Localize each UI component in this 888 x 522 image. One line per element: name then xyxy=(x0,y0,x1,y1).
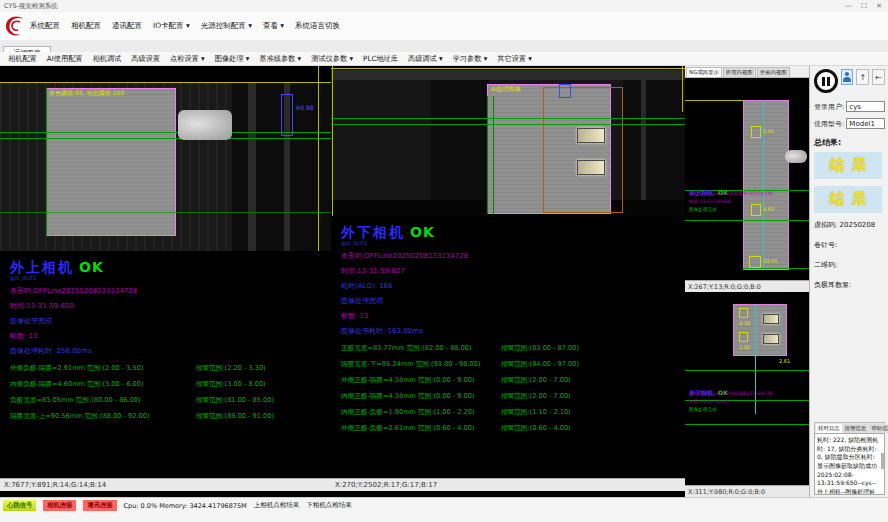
tab-help-info[interactable]: 帮助信息 xyxy=(869,424,888,433)
preview-measure-label: 4.60 xyxy=(763,206,774,212)
menu-camera-config[interactable]: 相机配置 xyxy=(71,21,101,31)
measurement-row: 外侧正极-隔膜=4.38mm 范围:(0.00 - 9.00) 报警范围:(2.… xyxy=(341,376,685,385)
app-window: CYS-视觉检测系统 — ☐ ✕ 系统配置 相机配置 通讯配置 IO卡配置 ▾ … xyxy=(0,0,888,522)
measurement-row: 内侧负极-隔膜=4.60mm 范围:(3.00 - 6.00) 报警范围:(3.… xyxy=(10,380,331,389)
tab-count-label: 负极耳数量: xyxy=(814,280,885,290)
measurement-row: 内侧正极-隔膜=4.38mm 范围:(0.00 - 9.00) 报警范围:(2.… xyxy=(341,392,685,401)
camera-image-upper[interactable]: 灰色阈值:93, 动态阈值:100 R5.88 xyxy=(0,66,331,251)
tab-ng-display[interactable]: NG成因显示 xyxy=(686,67,722,77)
tool-advanced-debug[interactable]: 高级调试 ▾ xyxy=(408,54,443,64)
preview-image-lower[interactable]: 4.38 1.90 2.61 外下相机 OK 条形码:OFFLine202502… xyxy=(685,292,809,485)
log-tabs: 耗时日志 报警信息 帮助信息 xyxy=(814,422,885,433)
measurement-row: 外侧负极-隔膜=2.91mm 范围:(2.00 - 3.50) 报警范围:(2.… xyxy=(10,364,331,373)
tab-all-views[interactable]: 所有内视图 xyxy=(723,67,756,77)
pause-button[interactable] xyxy=(814,69,838,93)
login-user-field[interactable]: cys xyxy=(846,101,885,112)
tool-baseline-params[interactable]: 基准线参数 ▾ xyxy=(259,54,301,64)
log-scrollbar[interactable] xyxy=(881,453,884,469)
camera-view-lower: AI处理图像 外下相机 OK 输出_OUT1 条形码:OFFLine202502… xyxy=(331,66,685,497)
tool-advanced-settings[interactable]: 高级设置 xyxy=(131,54,160,64)
process-done-line: 图像处理完成 xyxy=(341,296,685,306)
measurement-row: 外侧正极-负极=2.61mm 范围:(0.60 - 4.00) 报警范围:(0.… xyxy=(341,424,685,433)
time-line: 时间:13-31-59-650 xyxy=(10,301,331,311)
preview-barcode: 条形码:OFFLine20250208133134728 xyxy=(689,391,773,396)
process-done-line: 图像处理完成 xyxy=(10,316,331,326)
barcode-line: 条形码:OFFLine20250208133134728 xyxy=(341,251,685,261)
menu-comm-config[interactable]: 通讯配置 xyxy=(112,21,142,31)
up-button[interactable]: ↑ xyxy=(856,69,869,85)
camera-view-upper: 灰色阈值:93, 动态阈值:100 R5.88 外上相机 OK 输出_OUT1 … xyxy=(0,66,331,497)
main-area: 灰色阈值:93, 动态阈值:100 R5.88 外上相机 OK 输出_OUT1 … xyxy=(0,66,888,497)
pin-number-label: 卷针号: xyxy=(814,240,885,250)
tool-ai-config[interactable]: AI使用配置 xyxy=(47,54,83,64)
model-field[interactable]: Model1 xyxy=(846,118,885,129)
elapsed-line: 图像处理耗时: 256.00ms xyxy=(10,346,331,356)
arrow-left-icon: ← xyxy=(875,73,882,82)
preview-barcode: 条形码:OFFLine20250208133134728 xyxy=(689,191,773,196)
camera-connection-badge: 相机连接 xyxy=(43,500,76,511)
preview-measure-label: 2.91 xyxy=(763,128,774,134)
tool-plc-address[interactable]: PLC地址库 xyxy=(363,54,398,64)
measurement-row: 负极宽度=83.05mm 范围:(80.00 - 86.00) 报警范围:(81… xyxy=(10,396,331,405)
tool-camera-config[interactable]: 相机配置 xyxy=(8,54,37,64)
window-title: CYS-视觉检测系统 xyxy=(0,2,845,11)
measurement-row: 隔膜宽度-上=90.56mm 范围:(88.00 - 92.00) 报警范围:(… xyxy=(10,412,331,421)
tool-tester-params[interactable]: 测试仪参数 ▾ xyxy=(311,54,353,64)
tool-image-processing[interactable]: 图像处理 ▾ xyxy=(215,54,250,64)
preview-image-upper[interactable]: 2.91 4.60 83.05 外上相机 OK 条形码:OFFLine20250… xyxy=(685,78,809,280)
tool-learning-params[interactable]: 学习参数 ▾ xyxy=(453,54,488,64)
threshold-overlay-label: 灰色阈值:93, 动态阈值:100 xyxy=(49,89,124,98)
results-lower: 外下相机 OK 输出_OUT1 条形码:OFFLine2025020813313… xyxy=(331,216,685,478)
preview-time: 时间:13-31-59-650 xyxy=(689,199,731,204)
menu-io-config[interactable]: IO卡配置 ▾ xyxy=(153,21,190,31)
result-status: OK xyxy=(410,224,435,240)
measurement-row: 隔膜宽度-下=95.24mm 范围:(93.00 - 98.00) 报警范围:(… xyxy=(341,360,685,369)
heartbeat-status-badge: 心跳信号 xyxy=(3,500,36,511)
tab-alarm-info[interactable]: 报警信息 xyxy=(843,424,869,433)
results-upper: 外上相机 OK 输出_OUT1 条形码:OFFLine2025020813313… xyxy=(0,251,331,478)
menu-light-config[interactable]: 光源控制配置 ▾ xyxy=(201,21,252,31)
preview-measure-label: 2.61 xyxy=(779,358,790,364)
back-button[interactable]: ← xyxy=(872,69,885,85)
tab-timing-log[interactable]: 耗时日志 xyxy=(816,424,842,433)
preview-done: 图像处理完成 xyxy=(689,407,717,412)
menu-language[interactable]: 系统语言切换 xyxy=(295,21,340,31)
preview-measure-label: 4.38 xyxy=(739,320,750,326)
alg-elapsed-line: 耗时(ALG): 166 xyxy=(341,281,685,291)
measurement-row: 正极宽度=83.77mm 范围:(82.00 - 88.00) 报警范围:(83… xyxy=(341,344,685,353)
tool-other-settings[interactable]: 其它设置 ▾ xyxy=(497,54,532,64)
tool-camera-debug[interactable]: 相机调试 xyxy=(93,54,122,64)
pause-icon xyxy=(822,77,825,86)
user-button[interactable] xyxy=(841,69,854,85)
user-icon xyxy=(843,72,851,82)
frame-count-line: 帧数: 13 xyxy=(10,331,331,341)
preview-measure-label: 83.05 xyxy=(763,258,777,264)
measurement-row: 内侧正极-负极=1.90mm 范围:(1.00 - 2.20) 报警范围:(1.… xyxy=(341,408,685,417)
arrow-up-icon: ↑ xyxy=(859,73,866,82)
toolbar: 相机配置 AI使用配置 相机调试 高级设置 点检设置 ▾ 图像处理 ▾ 基准线参… xyxy=(0,52,888,66)
preview-column: NG成因显示 所有内视图 坐标内视图 2.91 4.60 83.05 外 xyxy=(685,66,809,497)
menu-view[interactable]: 查看 ▾ xyxy=(263,21,284,31)
result-box-lower: 结果 xyxy=(814,186,882,213)
preview-tabs: NG成因显示 所有内视图 坐标内视图 xyxy=(685,66,809,78)
roi-overlay-label: R5.88 xyxy=(296,104,314,111)
menu-system-config[interactable]: 系统配置 xyxy=(30,21,60,31)
app-logo-icon xyxy=(3,14,27,38)
statusbar: 心跳信号 相机连接 通讯连接 Cpu: 0.0% Memory: 3424.41… xyxy=(0,497,888,522)
total-result-label: 总结果: xyxy=(814,137,885,148)
upper-camera-check-link[interactable]: 上相机点检结果 xyxy=(254,501,300,510)
close-icon[interactable]: ✕ xyxy=(876,2,882,10)
camera-image-lower[interactable]: AI处理图像 xyxy=(331,66,685,216)
maximize-icon[interactable]: ☐ xyxy=(861,2,867,10)
log-output[interactable]: 耗时: 222, 缺陷检测耗时: 17, 缺陷分类耗时: 0, 缺陷提取分区耗时… xyxy=(814,433,885,495)
lower-camera-check-link[interactable]: 下相机点检结果 xyxy=(306,501,352,510)
preview-coordinate-bar-upper: X:267;Y:13;R:0;G:0;B:0 xyxy=(685,280,809,292)
preview-measure-label: 1.90 xyxy=(739,344,750,350)
barcode-line: 条形码:OFFLine20250208133134728 xyxy=(10,286,331,296)
tool-spotcheck-settings[interactable]: 点检设置 ▾ xyxy=(170,54,205,64)
cpu-memory-status: Cpu: 0.0% Memory: 3424.41796875M xyxy=(124,502,247,510)
frame-count-line: 帧数: 13 xyxy=(341,311,685,321)
tab-coord-views[interactable]: 坐标内视图 xyxy=(757,67,790,77)
minimize-icon[interactable]: — xyxy=(845,2,852,10)
coordinate-bar-lower: X:270;Y:2502;R:17;G:17;B:17 xyxy=(331,478,685,491)
